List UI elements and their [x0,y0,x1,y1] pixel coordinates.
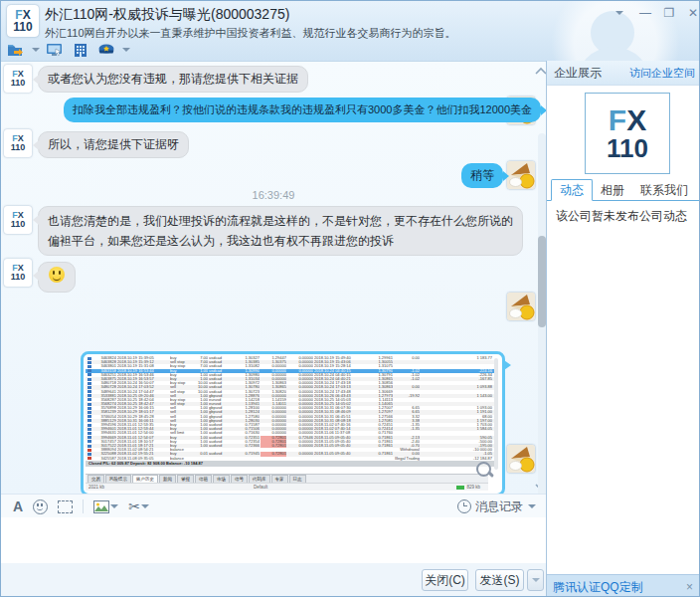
window-title: 外汇110网-权威投诉与曝光(800003275) [45,6,289,24]
message-bubble-emoji [38,262,76,293]
avatar-fx110[interactable]: FX 110 [4,259,32,287]
shake-window-icon[interactable] [58,500,73,513]
avatar-fx110[interactable]: FX 110 [4,206,32,234]
send-options-caret[interactable] [527,569,544,591]
connection-status-icon [456,486,464,490]
input-toolbar: A ✂ 消息记录 [1,494,546,518]
avatar-user[interactable] [507,161,535,189]
avatar-user[interactable] [507,445,535,473]
report-police-icon[interactable] [95,40,117,60]
message-bubble: 也请您清楚的是，我们处理投诉的流程就是这样的，不是针对您，更不存在什么您所说的偏… [38,206,523,256]
trade-tab: 信号 [231,475,248,483]
trade-tab: 警报 [177,475,194,483]
trade-table-image: 34638242018.10.19 15:39:05buy7.00usdcad1… [86,356,496,492]
image-icon[interactable] [93,500,109,513]
send-button[interactable]: 发送(S) [475,569,524,591]
clock-icon [457,499,471,513]
window-menu-caret[interactable] [610,5,629,21]
image-caret[interactable] [110,504,118,508]
chat-scrollbar[interactable] [538,133,546,536]
message-list: FX 110 或者您认为您没有违规，那请您提供下相关证据 扣除我全部违规盈利？按… [1,61,546,494]
minimize-button[interactable]: — [635,5,655,21]
trade-tab: 风险提示 [105,475,131,483]
enterprise-panel-header: 企业展示 访问企业空间 [547,61,700,86]
qq-chat-window: FX 110 外汇110网-权威投诉与曝光(800003275) 外汇110网自… [0,0,700,597]
visit-enterprise-space-link[interactable]: 访问企业空间 [629,66,695,81]
tab-contact-us[interactable]: 联系我们 [632,180,696,200]
smile-emoji-icon [49,267,65,283]
send-file-caret[interactable] [32,48,40,52]
trade-tab: 新闻 [159,475,176,483]
enterprise-icon[interactable] [70,40,91,60]
screenshot-scissors-icon[interactable]: ✂ [128,498,140,514]
report-caret[interactable] [122,48,130,52]
font-icon[interactable]: A [13,498,23,514]
tab-album[interactable]: 相册 [593,180,632,200]
image-inner-scrollbar [494,358,498,470]
remote-desktop-icon[interactable] [44,40,66,60]
enterprise-tabs: 动态 相册 联系我们 [547,182,700,201]
no-dynamics-text: 该公司暂未发布公司动态 [556,208,687,225]
avatar-fx110[interactable]: FX 110 [4,65,32,93]
close-button[interactable]: ✕ [683,5,700,21]
message-input[interactable] [1,517,546,563]
send-file-icon[interactable] [5,40,27,60]
toolbar-divider [83,499,84,513]
trade-tab: 专家 [271,475,288,483]
emoji-icon[interactable] [33,499,48,514]
button-row: 关闭(C) 发送(S) [1,563,546,597]
trade-tab: 交易 [88,475,104,483]
message-bubble: 所以，请您提供下证据呀 [38,131,189,158]
message-bubble: 或者您认为您没有违规，那请您提供下相关证据 [38,66,308,93]
trade-tab: 代码库 [249,475,270,483]
chat-toolbar [5,39,130,61]
enterprise-logo-fx110[interactable]: FX 110 [585,93,670,174]
panel-title: 企业展示 [554,65,602,82]
image-message-trade-history[interactable]: 34638242018.10.19 15:39:05buy7.00usdcad1… [81,351,505,497]
screenshot-caret[interactable] [141,504,149,508]
maximize-button[interactable]: ❐ [659,5,679,21]
trade-table-tab-strip: 交易风险提示账户历史新闻警报信箱市场信号代码库专家日志 [86,474,488,483]
timestamp: 16:39:49 [1,189,546,201]
trade-table-status-bar: 2021 kb Default 829 kb [86,483,488,491]
trade-summary-row: Closed P/L: 62 009.87 Deposit: 82 908.00… [86,461,496,467]
trade-tab: 账户历史 [132,475,158,483]
avatar-fx110[interactable]: FX 110 [4,129,32,157]
trade-tab: 市场 [213,475,230,483]
close-banner-icon[interactable]: × [686,580,693,594]
title-bar: FX 110 外汇110网-权威投诉与曝光(800003275) 外汇110网自… [1,1,700,61]
tab-dynamics[interactable]: 动态 [551,179,593,201]
avatar-user[interactable] [507,293,535,320]
trade-tab: 日志 [289,475,306,483]
trade-tab: 信箱 [195,475,212,483]
chat-scrollbar-thumb[interactable] [538,236,546,327]
tencent-certified-bar: 腾讯认证QQ定制 × [547,574,700,597]
qq-custom-link[interactable]: 腾讯认证QQ定制 [553,579,643,596]
close-chat-button[interactable]: 关闭(C) [422,569,468,591]
message-bubble: 扣除我全部违规盈利？按他们说的违规条款我的违规盈利只有3000多美金？他们扣我1… [64,98,541,122]
contact-avatar-fx110[interactable]: FX 110 [7,5,39,37]
message-bubble: 稍等 [461,163,503,188]
enterprise-panel: 企业展示 访问企业空间 FX 110 动态 相册 联系我们 该公司暂未发布公司动… [546,61,700,597]
message-history-button[interactable]: 消息记录 [457,498,536,515]
zoom-magnifier-icon[interactable] [476,462,494,480]
